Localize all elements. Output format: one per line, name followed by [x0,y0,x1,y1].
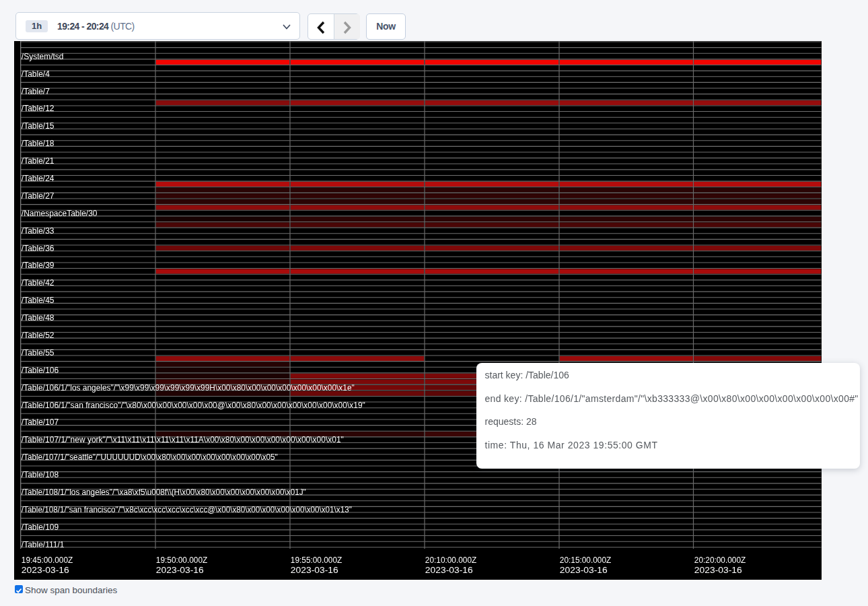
svg-text:2023-03-16: 2023-03-16 [560,566,608,575]
svg-text:/Table/52: /Table/52 [22,331,55,340]
svg-text:19:50:00.000Z: 19:50:00.000Z [156,556,208,565]
svg-text:2023-03-16: 2023-03-16 [291,566,338,575]
svg-text:/Table/39: /Table/39 [22,261,55,270]
svg-text:/Table/12: /Table/12 [22,104,55,113]
svg-text:/System/tsd: /System/tsd [22,52,64,61]
svg-text:/Table/111/1: /Table/111/1 [22,540,65,549]
svg-text:2023-03-16: 2023-03-16 [156,566,204,575]
svg-text:/Table/33: /Table/33 [22,226,55,236]
svg-text:/Table/27: /Table/27 [22,191,55,201]
svg-text:/Table/36: /Table/36 [22,244,55,253]
svg-text:/NamespaceTable/30: /NamespaceTable/30 [22,209,98,218]
svg-text:/Table/106/1/"san francisco"/": /Table/106/1/"san francisco"/"\x80\x00\x… [22,401,365,410]
svg-text:/Table/107/1/"seattle"/"UUUUUU: /Table/107/1/"seattle"/"UUUUUUD\x00\x80\… [22,452,278,462]
svg-text:/Table/21: /Table/21 [22,156,55,166]
svg-text:/Table/108: /Table/108 [22,470,59,479]
svg-text:/Table/42: /Table/42 [22,278,55,288]
svg-text:20:10:00.000Z: 20:10:00.000Z [425,556,477,565]
svg-text:/Table/45: /Table/45 [22,296,55,305]
svg-text:20:20:00.000Z: 20:20:00.000Z [694,556,746,565]
svg-text:/Table/108/1/"los angeles"/"\x: /Table/108/1/"los angeles"/"\xa8\xf5\u00… [22,487,306,497]
svg-text:/Table/24: /Table/24 [22,174,55,183]
svg-text:/Table/106/1/"los angeles"/"\x: /Table/106/1/"los angeles"/"\x99\x99\x99… [22,383,355,393]
svg-text:20:15:00.000Z: 20:15:00.000Z [560,556,612,565]
svg-text:/Table/108/1/"san francisco"/": /Table/108/1/"san francisco"/"\x8c\xcc\x… [22,505,352,514]
svg-text:2023-03-16: 2023-03-16 [22,566,69,575]
svg-text:/Table/48: /Table/48 [22,313,55,323]
svg-text:/Table/55: /Table/55 [22,348,55,358]
svg-text:/Table/107/1/"new york"/"\x11\: /Table/107/1/"new york"/"\x11\x11\x11\x1… [22,435,344,444]
svg-text:19:45:00.000Z: 19:45:00.000Z [22,556,73,565]
svg-text:19:55:00.000Z: 19:55:00.000Z [291,556,342,565]
svg-text:/Table/7: /Table/7 [22,87,50,96]
svg-text:/Table/18: /Table/18 [22,139,55,148]
svg-text:/Table/107: /Table/107 [22,417,59,427]
svg-text:/Table/106: /Table/106 [22,366,59,375]
svg-text:/Table/109: /Table/109 [22,523,59,532]
svg-text:2023-03-16: 2023-03-16 [694,566,742,575]
svg-text:/Table/15: /Table/15 [22,121,55,131]
svg-text:2023-03-16: 2023-03-16 [425,566,473,575]
svg-text:/Table/4: /Table/4 [22,69,50,79]
